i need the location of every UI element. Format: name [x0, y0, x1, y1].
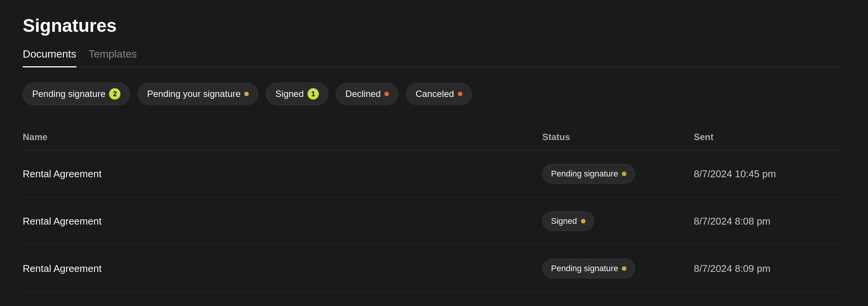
header-sent: Sent: [694, 132, 845, 142]
status-pill-1: Pending signature: [542, 164, 635, 184]
filter-signed[interactable]: Signed 1: [266, 83, 328, 105]
table: Name Status Sent Rental Agreement Pendin…: [23, 124, 845, 292]
row-sent-2: 8/7/2024 8:08 pm: [694, 215, 845, 227]
filter-dot-pending-your-signature: [244, 92, 249, 96]
status-dot-2: [581, 219, 585, 223]
filter-declined[interactable]: Declined: [336, 83, 398, 105]
filter-pending-your-signature[interactable]: Pending your signature: [137, 83, 258, 105]
status-dot-3: [622, 266, 626, 271]
table-row[interactable]: Rental Agreement Pending signature 8/7/2…: [23, 150, 845, 198]
row-name-1: Rental Agreement: [23, 168, 542, 180]
row-status-1: Pending signature: [542, 164, 694, 184]
table-row[interactable]: Rental Agreement Signed 8/7/2024 8:08 pm: [23, 198, 845, 245]
filter-dot-canceled: [458, 92, 462, 96]
table-header: Name Status Sent: [23, 124, 845, 150]
row-sent-1: 8/7/2024 10:45 pm: [694, 168, 845, 180]
status-pill-3: Pending signature: [542, 259, 635, 278]
filter-pending-signature[interactable]: Pending signature 2: [23, 83, 130, 105]
row-status-3: Pending signature: [542, 259, 694, 278]
row-status-2: Signed: [542, 211, 694, 231]
status-pill-2: Signed: [542, 211, 594, 231]
row-sent-3: 8/7/2024 8:09 pm: [694, 263, 845, 275]
filter-canceled[interactable]: Canceled: [406, 83, 471, 105]
row-name-2: Rental Agreement: [23, 215, 542, 227]
row-name-3: Rental Agreement: [23, 263, 542, 275]
tab-documents[interactable]: Documents: [23, 48, 76, 67]
header-status: Status: [542, 132, 694, 142]
filter-dot-declined: [384, 92, 389, 96]
status-dot-1: [622, 172, 626, 176]
tabs-container: Documents Templates: [23, 48, 845, 67]
filters-container: Pending signature 2 Pending your signatu…: [23, 83, 845, 105]
filter-badge-signed: 1: [308, 88, 319, 100]
header-name: Name: [23, 132, 542, 142]
tab-templates[interactable]: Templates: [89, 48, 137, 67]
page-title: Signatures: [23, 15, 845, 36]
filter-badge-pending-signature: 2: [109, 88, 120, 100]
table-row[interactable]: Rental Agreement Pending signature 8/7/2…: [23, 245, 845, 292]
